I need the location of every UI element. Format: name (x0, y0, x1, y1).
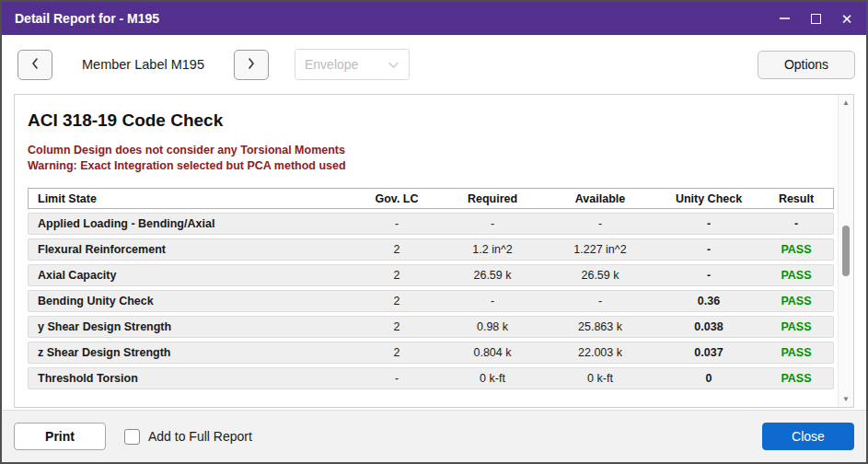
column-header-limit-state: Limit State (29, 192, 351, 205)
toolbar: Member Label M195 Envelope Options (2, 35, 866, 94)
limit-state-cell: Applied Loading - Bending/Axial (29, 217, 351, 230)
report-content-panel: ACI 318-19 Code Check Column Design does… (14, 94, 854, 408)
result-cell: PASS (759, 269, 833, 282)
column-header-result: Result (759, 192, 833, 205)
required-cell: - (443, 295, 542, 307)
scroll-down-arrow-icon[interactable]: ▼ (839, 391, 853, 407)
chevron-right-icon (247, 57, 256, 73)
gov-lc-cell: 2 (351, 320, 443, 333)
available-cell: 26.59 k (542, 269, 658, 282)
result-cell: PASS (759, 346, 833, 359)
unity-check-cell: 0.038 (658, 320, 759, 333)
required-cell: 26.59 k (443, 269, 542, 282)
required-cell: 1.2 in^2 (443, 243, 542, 256)
close-icon: ✕ (841, 12, 853, 26)
report-content: ACI 318-19 Code Check Column Design does… (15, 95, 838, 407)
footer-bar: Print Add to Full Report Close (2, 410, 866, 462)
envelope-dropdown[interactable]: Envelope (295, 49, 410, 80)
unity-check-cell: 0 (658, 372, 759, 385)
required-cell: 0.804 k (443, 346, 542, 359)
unity-check-cell: - (658, 269, 759, 282)
unity-check-cell: 0.037 (658, 346, 759, 359)
limit-state-cell: Bending Unity Check (29, 295, 351, 307)
previous-member-button[interactable] (17, 50, 52, 80)
unity-check-cell: 0.36 (658, 295, 759, 307)
minimize-icon (780, 17, 790, 19)
result-cell: PASS (759, 243, 833, 256)
close-button[interactable]: Close (762, 423, 854, 450)
available-cell: 1.227 in^2 (542, 243, 658, 256)
table-row: Applied Loading - Bending/Axial - - - - … (28, 213, 834, 235)
result-cell: - (759, 217, 833, 230)
table-row: y Shear Design Strength 2 0.98 k 25.863 … (28, 316, 834, 338)
required-cell: - (443, 217, 542, 230)
table-row: Threshold Torsion - 0 k-ft 0 k-ft 0 PASS (28, 367, 834, 389)
envelope-dropdown-value: Envelope (305, 57, 388, 72)
available-cell: - (542, 217, 658, 230)
column-header-unity-check: Unity Check (658, 192, 759, 205)
column-header-gov-lc: Gov. LC (351, 192, 443, 205)
unity-check-cell: - (658, 243, 759, 256)
gov-lc-cell: 2 (351, 346, 443, 359)
add-to-full-report-checkbox[interactable] (124, 429, 140, 445)
vertical-scrollbar[interactable]: ▲ ▼ (838, 95, 853, 407)
titlebar: Detail Report for - M195 ✕ (2, 2, 866, 35)
gov-lc-cell: 2 (351, 295, 443, 307)
required-cell: 0.98 k (443, 320, 542, 333)
table-row: Axial Capacity 2 26.59 k 26.59 k - PASS (28, 264, 834, 286)
gov-lc-cell: - (351, 372, 443, 385)
limit-state-cell: z Shear Design Strength (29, 346, 351, 359)
limit-state-table: Limit State Gov. LC Required Available U… (28, 188, 834, 389)
window-controls: ✕ (772, 6, 859, 30)
unity-check-cell: - (658, 217, 759, 230)
window-title: Detail Report for - M195 (15, 11, 772, 26)
add-to-full-report-label[interactable]: Add to Full Report (148, 429, 252, 444)
warning-message-1: Column Design does not consider any Tors… (28, 143, 834, 158)
result-cell: PASS (759, 295, 833, 307)
next-member-button[interactable] (234, 50, 269, 80)
minimize-button[interactable] (772, 6, 796, 30)
limit-state-cell: y Shear Design Strength (29, 320, 351, 333)
warning-message-2: Warning: Exact Integration selected but … (28, 158, 834, 174)
close-window-button[interactable]: ✕ (835, 6, 859, 30)
column-header-required: Required (443, 192, 542, 205)
scrollbar-thumb[interactable] (842, 226, 850, 276)
detail-report-window: Detail Report for - M195 ✕ Member Label … (0, 0, 868, 464)
member-label: Member Label M195 (52, 57, 234, 72)
available-cell: - (542, 295, 658, 307)
report-heading: ACI 318-19 Code Check (28, 110, 834, 131)
required-cell: 0 k-ft (443, 372, 542, 385)
chevron-down-icon (388, 56, 399, 73)
result-cell: PASS (759, 372, 833, 385)
table-header-row: Limit State Gov. LC Required Available U… (28, 188, 834, 209)
print-button[interactable]: Print (14, 423, 106, 450)
available-cell: 25.863 k (542, 320, 658, 333)
available-cell: 0 k-ft (542, 372, 658, 385)
maximize-icon (811, 14, 821, 24)
table-row: Bending Unity Check 2 - - 0.36 PASS (28, 290, 834, 312)
column-header-available: Available (542, 192, 658, 205)
gov-lc-cell: 2 (351, 269, 443, 282)
options-button[interactable]: Options (758, 51, 855, 79)
limit-state-cell: Flexural Reinforcement (29, 243, 351, 256)
scroll-up-arrow-icon[interactable]: ▲ (839, 95, 853, 110)
maximize-button[interactable] (804, 6, 827, 30)
available-cell: 22.003 k (542, 346, 658, 359)
chevron-left-icon (30, 57, 40, 73)
table-row: Flexural Reinforcement 2 1.2 in^2 1.227 … (28, 238, 834, 261)
gov-lc-cell: 2 (351, 243, 443, 256)
gov-lc-cell: - (351, 217, 443, 230)
result-cell: PASS (759, 320, 833, 333)
limit-state-cell: Threshold Torsion (29, 372, 351, 385)
table-row: z Shear Design Strength 2 0.804 k 22.003… (28, 342, 834, 364)
limit-state-cell: Axial Capacity (29, 269, 351, 282)
table-body: Applied Loading - Bending/Axial - - - - … (28, 213, 834, 389)
